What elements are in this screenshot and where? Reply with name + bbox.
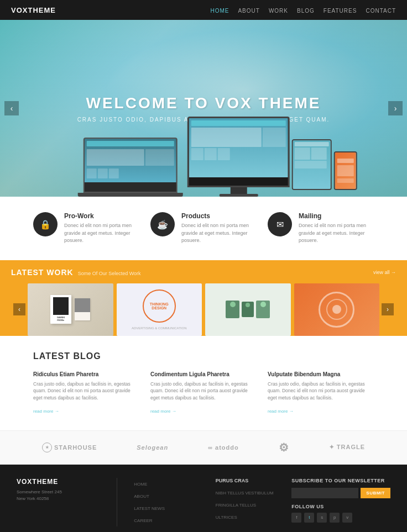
hero-next-button[interactable]: › xyxy=(388,101,403,115)
footer-nav-about[interactable]: ABOUT xyxy=(134,490,194,500)
blog-post-excerpt-2: Cras justo odio, dapibus ac facilisis in… xyxy=(150,381,257,402)
blog-post-title-1: Ridiculus Etiam Pharetra xyxy=(33,371,139,377)
facebook-icon[interactable]: f xyxy=(291,513,301,523)
feature-title-products: Products xyxy=(181,212,257,220)
nav-item-contact[interactable]: CONTACT xyxy=(366,5,396,15)
skype-icon[interactable]: s xyxy=(317,513,327,523)
client-selogean-label: Selogean xyxy=(137,444,168,451)
view-all-link[interactable]: view all → xyxy=(373,270,396,275)
nav-link-work[interactable]: WORK xyxy=(269,8,288,14)
blog-item-3: Vulputate Bibendum Magna Cras justo odio… xyxy=(268,371,374,415)
laptop-screen xyxy=(85,139,176,182)
work-item-1[interactable]: DAREKFEDN♦ xyxy=(28,283,113,336)
device-tablet xyxy=(292,139,332,190)
pinterest-icon[interactable]: p xyxy=(330,513,340,523)
footer-follow-title: FOLLOW US xyxy=(291,504,390,509)
footer-link-2[interactable]: FRINGILLA TELLUS xyxy=(216,499,275,509)
clients-section: ★ STARHOUSE Selogean ∞ atoddo ⚙ ✦ TRAGLE xyxy=(0,430,407,465)
feature-icon-products: ☕ xyxy=(150,212,175,236)
client-tragle-label: ✦ TRAGLE xyxy=(329,444,365,451)
feature-desc-products: Donec id elit non mi porta men gravide a… xyxy=(181,222,257,245)
feature-products: ☕ Products Donec id elit non mi porta me… xyxy=(150,212,257,245)
client-atoddo-label: ∞ atoddo xyxy=(208,444,239,451)
footer-nav-home[interactable]: HOME xyxy=(134,478,194,488)
nav-item-blog[interactable]: BLOG xyxy=(297,5,315,15)
latest-work-title-group: LATEST WORK Some Of Our Selected Work xyxy=(11,268,141,277)
footer-extra-title: PURUS CRAS xyxy=(216,478,275,483)
nav-link-blog[interactable]: BLOG xyxy=(297,8,315,14)
feature-desc-prowork: Donec id elit non mi porta men gravide a… xyxy=(64,222,139,245)
client-gear-icon: ⚙ xyxy=(279,441,289,454)
social-icons-group: f t s p v xyxy=(291,513,390,523)
twitter-icon[interactable]: t xyxy=(304,513,314,523)
monitor-screen xyxy=(189,118,288,177)
blog-post-excerpt-1: Cras justo odio, dapibus ac facilisis in… xyxy=(33,381,139,402)
latest-work-title: LATEST WORK xyxy=(11,268,74,277)
client-atoddo: ∞ atoddo xyxy=(208,444,239,451)
blog-post-excerpt-3: Cras justo odio, dapibus ac facilisis in… xyxy=(268,381,374,402)
footer-brand: VOXTHEME Somewhere Street 245New York 40… xyxy=(17,478,117,526)
feature-title-mailing: Mailing xyxy=(299,212,374,220)
tablet-screen xyxy=(293,140,331,189)
vimeo-icon[interactable]: v xyxy=(342,513,352,523)
read-more-2[interactable]: read more → xyxy=(150,409,176,414)
feature-icon-mailing: ✉ xyxy=(268,212,292,236)
device-monitor xyxy=(187,117,290,187)
nav-item-work[interactable]: WORK xyxy=(269,5,288,15)
work-item-2[interactable]: THINKINGDESIGN ADVERTISING & COMMUNICATI… xyxy=(117,283,202,336)
client-gear: ⚙ xyxy=(279,441,289,454)
footer-link-3[interactable]: ULTRICES xyxy=(216,511,275,521)
newsletter-submit-button[interactable]: SUBMIT xyxy=(361,488,390,498)
client-tragle: ✦ TRAGLE xyxy=(329,444,365,451)
nav-link-about[interactable]: ABOUT xyxy=(238,8,259,14)
latest-work-header: LATEST WORK Some Of Our Selected Work vi… xyxy=(11,268,396,277)
device-phone-container xyxy=(334,151,357,190)
work-next-button[interactable]: › xyxy=(382,303,394,315)
latest-blog-title: LATEST BLOG xyxy=(33,351,374,361)
newsletter-input[interactable] xyxy=(291,488,358,498)
starhouse-icon: ★ xyxy=(42,443,52,452)
hero-section: WELCOME TO VOX THEME CRAS JUSTO ODIO, DA… xyxy=(0,20,407,197)
device-laptop-container xyxy=(78,138,183,197)
feature-prowork: 🔒 Pro-Work Donec id elit non mi porta me… xyxy=(33,212,139,245)
latest-work-section: LATEST WORK Some Of Our Selected Work vi… xyxy=(0,260,407,336)
device-phone xyxy=(334,151,357,190)
hero-prev-button[interactable]: ‹ xyxy=(4,101,19,115)
nav-item-features[interactable]: FEATURES xyxy=(323,5,357,15)
navbar: VOXTHEME HOME ABOUT WORK BLOG FEATURES C… xyxy=(0,0,407,20)
feature-text-mailing: Mailing Donec id elit non mi porta men g… xyxy=(299,212,374,245)
nav-link-home[interactable]: HOME xyxy=(210,8,229,14)
navbar-brand: VOXTHEME xyxy=(11,6,56,14)
device-monitor-container xyxy=(187,117,290,197)
device-tablet-container xyxy=(292,139,332,190)
feature-icon-prowork: 🔒 xyxy=(33,212,58,236)
footer-link-1[interactable]: NIBH TELLUS VESTIBULUM xyxy=(216,487,275,497)
nav-link-features[interactable]: FEATURES xyxy=(323,8,357,14)
footer-nav-links: HOME ABOUT LATEST NEWS CAREER xyxy=(128,478,199,526)
footer-extra-links: PURUS CRAS NIBH TELLUS VESTIBULUM FRINGI… xyxy=(210,478,281,526)
work-item-3[interactable] xyxy=(205,283,291,336)
footer-nav-latestnews[interactable]: LATEST NEWS xyxy=(134,502,194,512)
nav-item-home[interactable]: HOME xyxy=(210,5,229,15)
latest-blog-section: LATEST BLOG Ridiculus Etiam Pharetra Cra… xyxy=(0,336,407,430)
nav-link-contact[interactable]: CONTACT xyxy=(366,8,396,14)
read-more-1[interactable]: read more → xyxy=(33,409,59,414)
blog-item-1: Ridiculus Etiam Pharetra Cras justo odio… xyxy=(33,371,139,415)
work-prev-button[interactable]: ‹ xyxy=(13,303,25,315)
nav-menu: HOME ABOUT WORK BLOG FEATURES CONTACT xyxy=(210,5,396,15)
device-laptop xyxy=(84,138,178,193)
phone-screen xyxy=(335,152,356,189)
nav-item-about[interactable]: ABOUT xyxy=(238,5,259,15)
footer-newsletter-title: SUBSCRIBE TO OUR NEWSLETTER xyxy=(291,478,390,483)
blog-grid: Ridiculus Etiam Pharetra Cras justo odio… xyxy=(33,371,374,415)
client-selogean: Selogean xyxy=(137,444,168,451)
work-item-4[interactable] xyxy=(294,283,380,336)
hero-title: WELCOME TO VOX THEME xyxy=(77,94,330,112)
feature-mailing: ✉ Mailing Donec id elit non mi porta men… xyxy=(268,212,374,245)
footer-follow: FOLLOW US f t s p v xyxy=(291,504,390,523)
read-more-3[interactable]: read more → xyxy=(268,409,294,414)
footer-nav-career[interactable]: CAREER xyxy=(134,514,194,524)
client-starhouse: ★ STARHOUSE xyxy=(42,443,97,452)
footer-top: VOXTHEME Somewhere Street 245New York 40… xyxy=(17,478,390,526)
latest-work-subtitle: Some Of Our Selected Work xyxy=(78,271,141,276)
